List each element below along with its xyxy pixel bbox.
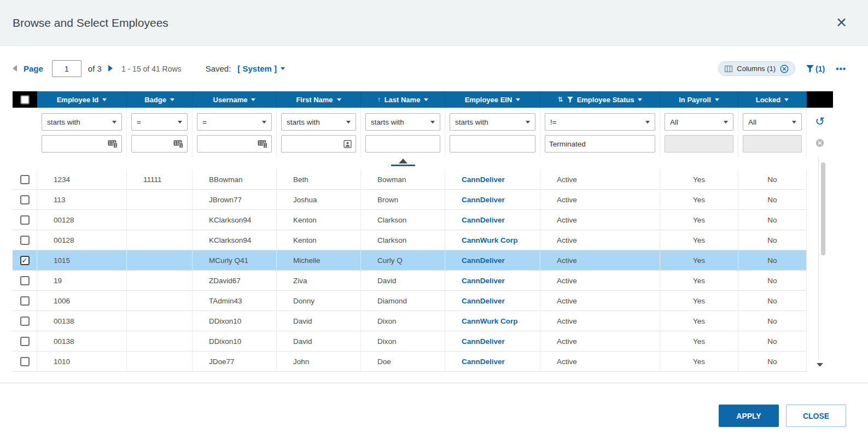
- filter-button[interactable]: (1): [806, 65, 825, 73]
- reset-filters-icon[interactable]: ↺: [815, 115, 825, 127]
- filter-operator-username[interactable]: =: [197, 113, 272, 131]
- scrollbar-thumb[interactable]: [821, 162, 825, 255]
- grid-main: Employee IdBadgeUsernameFirst Name↑Last …: [13, 91, 807, 372]
- close-button[interactable]: CLOSE: [786, 405, 846, 427]
- column-header-last_name[interactable]: ↑Last Name: [361, 91, 445, 108]
- sort-indicator-band: [13, 157, 807, 169]
- contact-card-icon: [343, 140, 352, 148]
- cell-employee_ein[interactable]: CannDeliver: [445, 169, 540, 189]
- cell-employee_ein[interactable]: CannWurk Corp: [445, 230, 540, 250]
- row-checkbox[interactable]: [20, 276, 30, 285]
- filter-operator-employee_id[interactable]: starts with: [42, 113, 122, 131]
- table-row[interactable]: 19ZDavid67ZivaDavidCannDeliverActiveYesN…: [13, 271, 807, 291]
- cell-employee_ein[interactable]: CannDeliver: [445, 271, 540, 290]
- column-header-in_payroll[interactable]: In Payroll: [660, 91, 738, 108]
- filter-operator-first_name[interactable]: starts with: [281, 113, 356, 131]
- filter-operator-value: starts with: [287, 118, 320, 126]
- column-menu-icon[interactable]: [251, 98, 255, 101]
- table-row[interactable]: 00138DDixon10DavidDixonCannWurk CorpActi…: [13, 311, 807, 331]
- row-checkbox[interactable]: [20, 236, 30, 245]
- column-header-username[interactable]: Username: [193, 91, 277, 108]
- filter-value-username[interactable]: 1: [197, 135, 272, 153]
- cell-locked: No: [738, 352, 807, 371]
- filter-operator-employee_status[interactable]: !=: [545, 113, 655, 131]
- page-input[interactable]: [52, 60, 81, 77]
- filter-operator-badge[interactable]: =: [131, 113, 188, 131]
- cell-employee_id: 00138: [37, 331, 127, 351]
- filter-value-last_name[interactable]: [365, 135, 440, 153]
- more-options-button[interactable]: •••: [836, 64, 846, 73]
- column-menu-icon[interactable]: [715, 98, 719, 101]
- next-page-icon[interactable]: [108, 64, 113, 74]
- column-header-employee_id[interactable]: Employee Id: [37, 91, 127, 108]
- cell-employee_ein[interactable]: CannDeliver: [445, 291, 540, 311]
- cell-in_payroll: Yes: [660, 250, 738, 270]
- table-row[interactable]: 00138DDixon10DavidDixonCannDeliverActive…: [13, 331, 807, 352]
- row-checkbox[interactable]: [20, 357, 30, 366]
- filter-value-employee_status[interactable]: Terminated: [545, 135, 655, 153]
- column-menu-icon[interactable]: [337, 98, 341, 101]
- row-checkbox[interactable]: [20, 195, 30, 204]
- column-menu-icon[interactable]: [424, 98, 428, 101]
- dialog-footer: APPLY CLOSE: [0, 383, 868, 427]
- saved-views-dropdown[interactable]: [ System ]: [237, 64, 285, 73]
- row-checkbox[interactable]: ✓: [20, 256, 30, 265]
- sortable-icon: ⇅: [558, 96, 563, 103]
- row-checkbox[interactable]: [20, 175, 30, 184]
- column-menu-icon[interactable]: [638, 98, 642, 101]
- column-menu-icon[interactable]: [170, 98, 174, 101]
- column-menu-icon[interactable]: [516, 98, 520, 101]
- scroll-down-icon[interactable]: [817, 359, 823, 369]
- table-row[interactable]: 00128KClarkson94KentonClarksonCannWurk C…: [13, 230, 807, 250]
- column-header-locked[interactable]: Locked: [738, 91, 807, 108]
- filter-value-badge[interactable]: 1: [131, 135, 188, 153]
- cell-employee_ein[interactable]: CannDeliver: [445, 210, 540, 230]
- filter-operator-employee_ein[interactable]: starts with: [450, 113, 535, 131]
- row-checkbox[interactable]: [20, 317, 30, 326]
- cell-employee_ein[interactable]: CannWurk Corp: [445, 311, 540, 331]
- row-checkbox[interactable]: [20, 296, 30, 306]
- column-header-label: Employee Id: [57, 96, 99, 104]
- filter-operator-locked[interactable]: All: [743, 113, 802, 131]
- cell-employee_status: Active: [540, 190, 660, 209]
- table-row[interactable]: 00128KClarkson94KentonClarksonCannDelive…: [13, 210, 807, 230]
- row-select-cell: [13, 352, 37, 371]
- cell-employee_ein[interactable]: CannDeliver: [445, 250, 540, 270]
- cell-employee_status: Active: [540, 271, 660, 290]
- column-menu-icon[interactable]: [784, 98, 789, 101]
- columns-button[interactable]: Columns (1): [718, 61, 795, 76]
- prev-page-icon[interactable]: [13, 64, 17, 74]
- filter-value-first_name[interactable]: [281, 135, 356, 153]
- table-row[interactable]: 1010JDoe77JohnDoeCannDeliverActiveYesNo: [13, 352, 807, 372]
- cell-employee_ein[interactable]: CannDeliver: [445, 190, 540, 209]
- sort-position-indicator: [391, 159, 415, 166]
- scrollbar-track[interactable]: [818, 157, 819, 360]
- table-row[interactable]: 123411111BBowmanBethBowmanCannDeliverAct…: [13, 169, 807, 190]
- column-menu-icon[interactable]: [102, 98, 107, 101]
- filter-value-employee_id[interactable]: 1: [42, 135, 122, 153]
- table-row[interactable]: ✓1015MCurly Q41MichelleCurly QCannDelive…: [13, 250, 807, 271]
- cell-employee_ein[interactable]: CannDeliver: [445, 352, 540, 371]
- filter-operator-in_payroll[interactable]: All: [665, 113, 733, 131]
- table-row[interactable]: 113JBrown77JoshuaBrownCannDeliverActiveY…: [13, 190, 807, 210]
- clear-columns-icon[interactable]: [780, 65, 789, 73]
- cell-employee_ein[interactable]: CannDeliver: [445, 331, 540, 351]
- row-checkbox[interactable]: [20, 337, 30, 346]
- column-header-badge[interactable]: Badge: [127, 91, 193, 108]
- apply-button[interactable]: APPLY: [719, 405, 779, 427]
- cell-badge: [127, 250, 193, 270]
- row-select-cell: [13, 210, 37, 230]
- column-header-employee_status[interactable]: ⇅Employee Status: [540, 91, 660, 108]
- cell-username: KClarkson94: [193, 230, 277, 250]
- clear-filters-icon[interactable]: [815, 138, 825, 148]
- close-icon[interactable]: ✕: [836, 16, 847, 30]
- filter-operator-value: All: [670, 118, 678, 126]
- page-title: Browse and Select Employees: [13, 16, 168, 30]
- table-row[interactable]: 1006TAdmin43DonnyDiamondCannDeliverActiv…: [13, 291, 807, 311]
- filter-value-employee_ein[interactable]: [450, 135, 535, 153]
- column-header-employee_ein[interactable]: Employee EIN: [445, 91, 540, 108]
- row-checkbox[interactable]: [20, 215, 30, 225]
- filter-operator-last_name[interactable]: starts with: [365, 113, 440, 131]
- column-header-first_name[interactable]: First Name: [277, 91, 361, 108]
- select-all-checkbox[interactable]: [20, 95, 30, 104]
